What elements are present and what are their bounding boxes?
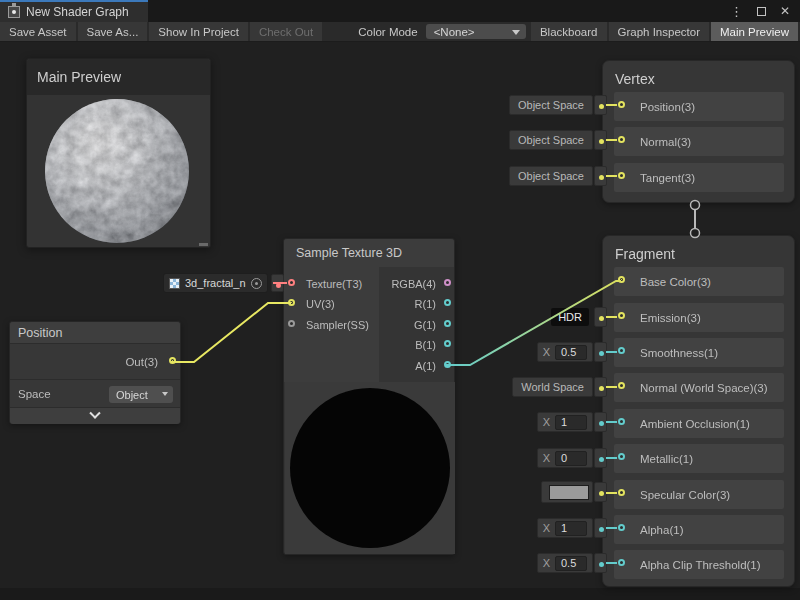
texture-thumbnail-icon bbox=[169, 278, 180, 289]
texture-preview bbox=[285, 382, 455, 554]
save-asset-button[interactable]: Save Asset bbox=[0, 22, 76, 41]
position-node-title: Position bbox=[10, 322, 180, 344]
port-specular-color[interactable] bbox=[618, 489, 625, 496]
space-dropdown[interactable]: Object bbox=[109, 386, 173, 403]
position-out-row: Out(3) bbox=[10, 344, 180, 380]
port-rgba[interactable] bbox=[444, 279, 451, 286]
vertex-tangent-slot[interactable]: Tangent(3) bbox=[614, 163, 784, 192]
port-metallic[interactable] bbox=[618, 453, 625, 460]
normal-space-pill[interactable]: Object Space bbox=[509, 130, 607, 150]
port-g[interactable] bbox=[444, 320, 451, 327]
metallic-value[interactable]: 0 bbox=[555, 451, 587, 466]
connector-dot bbox=[271, 274, 284, 292]
specular-color-slot[interactable]: Specular Color(3) bbox=[614, 480, 784, 509]
port-alpha[interactable] bbox=[618, 524, 625, 531]
vertex-node-title: Vertex bbox=[603, 61, 794, 95]
port-tangent[interactable] bbox=[618, 172, 625, 179]
chevron-down-icon bbox=[162, 392, 168, 396]
smoothness-value[interactable]: 0.5 bbox=[555, 345, 587, 360]
emission-slot[interactable]: Emission(3) bbox=[614, 303, 784, 332]
vertex-position-slot[interactable]: Position(3) bbox=[614, 92, 784, 121]
metallic-field[interactable]: X0 bbox=[537, 448, 607, 468]
blackboard-button[interactable]: Blackboard bbox=[531, 22, 607, 41]
sampler-input[interactable]: Sampler(SS) bbox=[284, 315, 379, 335]
fragment-node-title: Fragment bbox=[603, 236, 794, 270]
main-preview-header[interactable]: Main Preview bbox=[27, 59, 210, 95]
port-r[interactable] bbox=[444, 299, 451, 306]
ao-value[interactable]: 1 bbox=[555, 415, 587, 430]
alpha-clip-value[interactable]: 0.5 bbox=[555, 556, 587, 571]
vertex-node[interactable]: Vertex Position(3) Normal(3) Tangent(3) bbox=[602, 60, 795, 203]
port-out[interactable] bbox=[169, 357, 176, 364]
connector-dot bbox=[594, 448, 607, 468]
base-color-slot[interactable]: Base Color(3) bbox=[614, 267, 784, 296]
port-base-color[interactable] bbox=[618, 276, 625, 283]
port-sampler[interactable] bbox=[288, 320, 295, 327]
emission-hdr-control[interactable]: HDR bbox=[551, 307, 607, 327]
window-controls: ⋮ ✕ bbox=[730, 0, 800, 22]
texture-input[interactable]: Texture(T3) bbox=[284, 274, 379, 294]
uv-input[interactable]: UV(3) bbox=[284, 294, 379, 314]
connector-dot bbox=[594, 166, 607, 186]
port-b[interactable] bbox=[444, 340, 451, 347]
rgba-output[interactable]: RGBA(4) bbox=[379, 274, 456, 294]
alpha-clip-slot[interactable]: Alpha Clip Threshold(1) bbox=[614, 550, 784, 579]
smoothness-field[interactable]: X0.5 bbox=[537, 342, 607, 362]
toolbar: Save Asset Save As... Show In Project Ch… bbox=[0, 22, 800, 42]
close-icon[interactable]: ✕ bbox=[780, 5, 790, 17]
main-preview-viewport bbox=[27, 95, 210, 248]
check-out-button: Check Out bbox=[250, 22, 322, 41]
texture-object-field[interactable]: 3d_fractal_n bbox=[163, 273, 268, 293]
port-position[interactable] bbox=[618, 101, 625, 108]
window-menu-icon[interactable]: ⋮ bbox=[730, 5, 743, 18]
port-alpha-clip[interactable] bbox=[618, 559, 625, 566]
tab-bar: New Shader Graph ⋮ ✕ bbox=[0, 0, 800, 22]
bottom-strip bbox=[0, 588, 800, 600]
port-ambient-occlusion[interactable] bbox=[618, 418, 625, 425]
alpha-value[interactable]: 1 bbox=[555, 521, 587, 536]
sample-texture-3d-node[interactable]: Sample Texture 3D Texture(T3) UV(3) Samp… bbox=[283, 238, 455, 555]
position-space-pill[interactable]: Object Space bbox=[509, 95, 607, 115]
port-uv[interactable] bbox=[288, 299, 295, 306]
alpha-clip-field[interactable]: X0.5 bbox=[537, 553, 607, 573]
normal-ws-slot[interactable]: Normal (World Space)(3) bbox=[614, 373, 784, 402]
alpha-field[interactable]: X1 bbox=[537, 518, 607, 538]
connector-dot bbox=[594, 95, 607, 115]
b-output[interactable]: B(1) bbox=[379, 335, 456, 355]
g-output[interactable]: G(1) bbox=[379, 315, 456, 335]
save-as-button[interactable]: Save As... bbox=[78, 22, 148, 41]
collapse-preview-button[interactable] bbox=[10, 408, 180, 424]
a-output[interactable]: A(1) bbox=[379, 356, 456, 376]
show-in-project-button[interactable]: Show In Project bbox=[149, 22, 248, 41]
alpha-slot[interactable]: Alpha(1) bbox=[614, 515, 784, 544]
color-mode-dropdown[interactable]: <None> bbox=[426, 24, 526, 39]
connector-dot bbox=[594, 553, 607, 573]
port-smoothness[interactable] bbox=[618, 347, 625, 354]
color-swatch[interactable] bbox=[549, 485, 589, 500]
port-emission[interactable] bbox=[618, 312, 625, 319]
graph-inspector-button[interactable]: Graph Inspector bbox=[609, 22, 709, 41]
tab-new-shader-graph[interactable]: New Shader Graph bbox=[0, 0, 148, 22]
chevron-down-icon bbox=[512, 30, 520, 35]
port-texture[interactable] bbox=[288, 279, 295, 286]
smoothness-slot[interactable]: Smoothness(1) bbox=[614, 338, 784, 367]
port-normal[interactable] bbox=[618, 136, 625, 143]
port-a[interactable] bbox=[444, 361, 451, 368]
normal-space-control[interactable]: World Space bbox=[512, 377, 607, 397]
maximize-icon[interactable] bbox=[757, 7, 766, 16]
resize-handle[interactable] bbox=[199, 243, 208, 246]
tangent-space-pill[interactable]: Object Space bbox=[509, 166, 607, 186]
position-node[interactable]: Position Out(3) Space Object bbox=[9, 321, 181, 424]
ambient-occlusion-field[interactable]: X1 bbox=[537, 412, 607, 432]
specular-color-control[interactable] bbox=[541, 482, 607, 502]
r-output[interactable]: R(1) bbox=[379, 294, 456, 314]
object-picker-icon[interactable] bbox=[251, 278, 262, 289]
connector-dot bbox=[594, 412, 607, 432]
connector-dot bbox=[594, 130, 607, 150]
ambient-occlusion-slot[interactable]: Ambient Occlusion(1) bbox=[614, 409, 784, 438]
vertex-normal-slot[interactable]: Normal(3) bbox=[614, 127, 784, 156]
fragment-node[interactable]: Fragment Base Color(3) Emission(3) Smoot… bbox=[602, 235, 795, 587]
metallic-slot[interactable]: Metallic(1) bbox=[614, 444, 784, 473]
port-normal-ws[interactable] bbox=[618, 382, 625, 389]
main-preview-button[interactable]: Main Preview bbox=[711, 22, 798, 41]
